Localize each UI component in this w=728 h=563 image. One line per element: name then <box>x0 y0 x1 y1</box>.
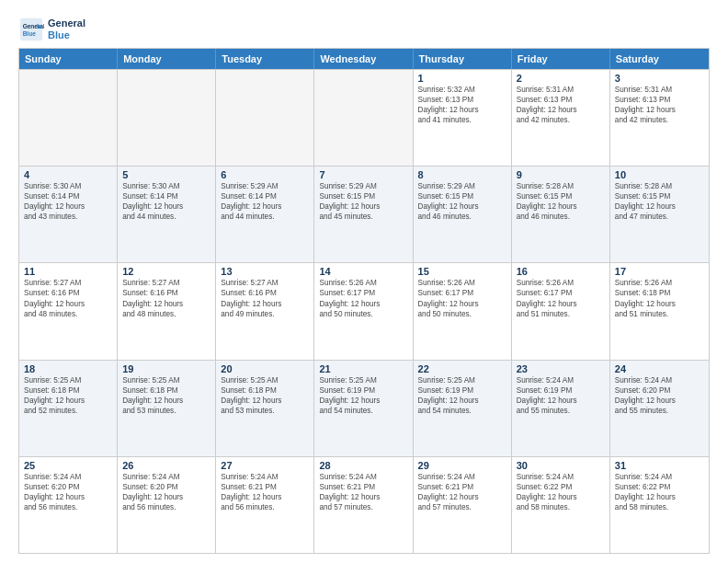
day-number: 30 <box>517 460 605 471</box>
day-number: 16 <box>517 266 605 277</box>
day-cell-19: 19Sunrise: 5:25 AM Sunset: 6:18 PM Dayli… <box>118 361 216 456</box>
day-number: 11 <box>24 266 112 277</box>
weekday-header-friday: Friday <box>512 49 610 69</box>
day-number: 13 <box>221 266 309 277</box>
empty-cell <box>19 70 118 166</box>
day-cell-7: 7Sunrise: 5:29 AM Sunset: 6:15 PM Daylig… <box>314 167 413 262</box>
day-number: 17 <box>615 266 704 277</box>
cal-row-2: 4Sunrise: 5:30 AM Sunset: 6:14 PM Daylig… <box>19 166 709 262</box>
day-number: 23 <box>517 363 605 374</box>
calendar: SundayMondayTuesdayWednesdayThursdayFrid… <box>18 48 710 554</box>
day-cell-10: 10Sunrise: 5:28 AM Sunset: 6:15 PM Dayli… <box>610 167 709 262</box>
day-cell-31: 31Sunrise: 5:24 AM Sunset: 6:22 PM Dayli… <box>610 457 709 553</box>
day-cell-2: 2Sunrise: 5:31 AM Sunset: 6:13 PM Daylig… <box>512 70 610 166</box>
day-info: Sunrise: 5:24 AM Sunset: 6:20 PM Dayligh… <box>615 375 704 416</box>
day-cell-25: 25Sunrise: 5:24 AM Sunset: 6:20 PM Dayli… <box>19 457 118 553</box>
day-number: 12 <box>122 266 210 277</box>
day-number: 6 <box>221 169 309 180</box>
day-info: Sunrise: 5:24 AM Sunset: 6:21 PM Dayligh… <box>221 472 309 512</box>
day-info: Sunrise: 5:26 AM Sunset: 6:17 PM Dayligh… <box>319 278 407 318</box>
day-number: 24 <box>615 363 704 374</box>
day-cell-21: 21Sunrise: 5:25 AM Sunset: 6:19 PM Dayli… <box>314 361 413 456</box>
cal-row-3: 11Sunrise: 5:27 AM Sunset: 6:16 PM Dayli… <box>19 262 709 359</box>
day-cell-3: 3Sunrise: 5:31 AM Sunset: 6:13 PM Daylig… <box>610 70 709 166</box>
calendar-body: 1Sunrise: 5:32 AM Sunset: 6:13 PM Daylig… <box>19 69 709 553</box>
day-info: Sunrise: 5:25 AM Sunset: 6:19 PM Dayligh… <box>319 375 407 416</box>
day-number: 29 <box>418 460 506 471</box>
logo-text: General Blue <box>48 17 85 41</box>
day-cell-1: 1Sunrise: 5:32 AM Sunset: 6:13 PM Daylig… <box>414 70 512 166</box>
weekday-header-tuesday: Tuesday <box>216 49 314 69</box>
day-number: 26 <box>122 460 210 471</box>
day-info: Sunrise: 5:26 AM Sunset: 6:18 PM Dayligh… <box>615 278 704 318</box>
day-info: Sunrise: 5:25 AM Sunset: 6:18 PM Dayligh… <box>24 375 112 416</box>
day-number: 28 <box>319 460 407 471</box>
day-cell-13: 13Sunrise: 5:27 AM Sunset: 6:16 PM Dayli… <box>216 263 314 359</box>
day-cell-30: 30Sunrise: 5:24 AM Sunset: 6:22 PM Dayli… <box>512 457 610 553</box>
empty-cell <box>216 70 314 166</box>
day-cell-17: 17Sunrise: 5:26 AM Sunset: 6:18 PM Dayli… <box>610 263 709 359</box>
page: General Blue General Blue SundayMondayTu… <box>0 0 728 563</box>
day-info: Sunrise: 5:24 AM Sunset: 6:20 PM Dayligh… <box>122 472 210 512</box>
day-cell-26: 26Sunrise: 5:24 AM Sunset: 6:20 PM Dayli… <box>118 457 216 553</box>
day-number: 20 <box>221 363 309 374</box>
day-number: 5 <box>122 169 210 180</box>
day-number: 18 <box>24 363 112 374</box>
day-info: Sunrise: 5:24 AM Sunset: 6:20 PM Dayligh… <box>24 472 112 512</box>
day-info: Sunrise: 5:30 AM Sunset: 6:14 PM Dayligh… <box>24 181 112 222</box>
day-cell-4: 4Sunrise: 5:30 AM Sunset: 6:14 PM Daylig… <box>19 167 118 262</box>
day-info: Sunrise: 5:31 AM Sunset: 6:13 PM Dayligh… <box>615 85 704 125</box>
day-cell-15: 15Sunrise: 5:26 AM Sunset: 6:17 PM Dayli… <box>414 263 512 359</box>
weekday-header-monday: Monday <box>118 49 216 69</box>
day-info: Sunrise: 5:26 AM Sunset: 6:17 PM Dayligh… <box>418 278 506 318</box>
day-info: Sunrise: 5:24 AM Sunset: 6:19 PM Dayligh… <box>517 375 605 416</box>
day-number: 9 <box>517 169 605 180</box>
svg-text:Blue: Blue <box>23 30 36 37</box>
day-info: Sunrise: 5:27 AM Sunset: 6:16 PM Dayligh… <box>122 278 210 318</box>
day-number: 3 <box>615 73 704 84</box>
day-info: Sunrise: 5:30 AM Sunset: 6:14 PM Dayligh… <box>122 181 210 222</box>
cal-row-4: 18Sunrise: 5:25 AM Sunset: 6:18 PM Dayli… <box>19 360 709 456</box>
weekday-header-saturday: Saturday <box>610 49 709 69</box>
day-info: Sunrise: 5:27 AM Sunset: 6:16 PM Dayligh… <box>221 278 309 318</box>
day-info: Sunrise: 5:24 AM Sunset: 6:22 PM Dayligh… <box>615 472 704 512</box>
day-cell-12: 12Sunrise: 5:27 AM Sunset: 6:16 PM Dayli… <box>118 263 216 359</box>
day-info: Sunrise: 5:28 AM Sunset: 6:15 PM Dayligh… <box>517 181 605 222</box>
cal-row-5: 25Sunrise: 5:24 AM Sunset: 6:20 PM Dayli… <box>19 456 709 553</box>
cal-row-1: 1Sunrise: 5:32 AM Sunset: 6:13 PM Daylig… <box>19 69 709 166</box>
day-cell-23: 23Sunrise: 5:24 AM Sunset: 6:19 PM Dayli… <box>512 361 610 456</box>
day-info: Sunrise: 5:25 AM Sunset: 6:18 PM Dayligh… <box>122 375 210 416</box>
day-number: 27 <box>221 460 309 471</box>
day-number: 4 <box>24 169 112 180</box>
day-cell-16: 16Sunrise: 5:26 AM Sunset: 6:17 PM Dayli… <box>512 263 610 359</box>
day-info: Sunrise: 5:24 AM Sunset: 6:21 PM Dayligh… <box>319 472 407 512</box>
weekday-header-wednesday: Wednesday <box>314 49 413 69</box>
day-cell-20: 20Sunrise: 5:25 AM Sunset: 6:18 PM Dayli… <box>216 361 314 456</box>
day-number: 22 <box>418 363 506 374</box>
day-cell-18: 18Sunrise: 5:25 AM Sunset: 6:18 PM Dayli… <box>19 361 118 456</box>
day-number: 8 <box>418 169 506 180</box>
day-cell-14: 14Sunrise: 5:26 AM Sunset: 6:17 PM Dayli… <box>314 263 413 359</box>
day-number: 15 <box>418 266 506 277</box>
day-info: Sunrise: 5:24 AM Sunset: 6:22 PM Dayligh… <box>517 472 605 512</box>
day-info: Sunrise: 5:24 AM Sunset: 6:21 PM Dayligh… <box>418 472 506 512</box>
day-info: Sunrise: 5:27 AM Sunset: 6:16 PM Dayligh… <box>24 278 112 318</box>
day-number: 21 <box>319 363 407 374</box>
day-cell-11: 11Sunrise: 5:27 AM Sunset: 6:16 PM Dayli… <box>19 263 118 359</box>
day-info: Sunrise: 5:29 AM Sunset: 6:15 PM Dayligh… <box>319 181 407 222</box>
day-info: Sunrise: 5:25 AM Sunset: 6:19 PM Dayligh… <box>418 375 506 416</box>
day-cell-6: 6Sunrise: 5:29 AM Sunset: 6:14 PM Daylig… <box>216 167 314 262</box>
day-info: Sunrise: 5:25 AM Sunset: 6:18 PM Dayligh… <box>221 375 309 416</box>
logo: General Blue General Blue <box>18 17 85 42</box>
weekday-header-sunday: Sunday <box>19 49 118 69</box>
day-info: Sunrise: 5:29 AM Sunset: 6:15 PM Dayligh… <box>418 181 506 222</box>
header: General Blue General Blue <box>18 17 710 42</box>
day-cell-29: 29Sunrise: 5:24 AM Sunset: 6:21 PM Dayli… <box>414 457 512 553</box>
day-number: 19 <box>122 363 210 374</box>
day-info: Sunrise: 5:32 AM Sunset: 6:13 PM Dayligh… <box>418 85 506 125</box>
day-number: 25 <box>24 460 112 471</box>
empty-cell <box>118 70 216 166</box>
day-number: 1 <box>418 73 506 84</box>
day-cell-28: 28Sunrise: 5:24 AM Sunset: 6:21 PM Dayli… <box>314 457 413 553</box>
day-number: 10 <box>615 169 704 180</box>
